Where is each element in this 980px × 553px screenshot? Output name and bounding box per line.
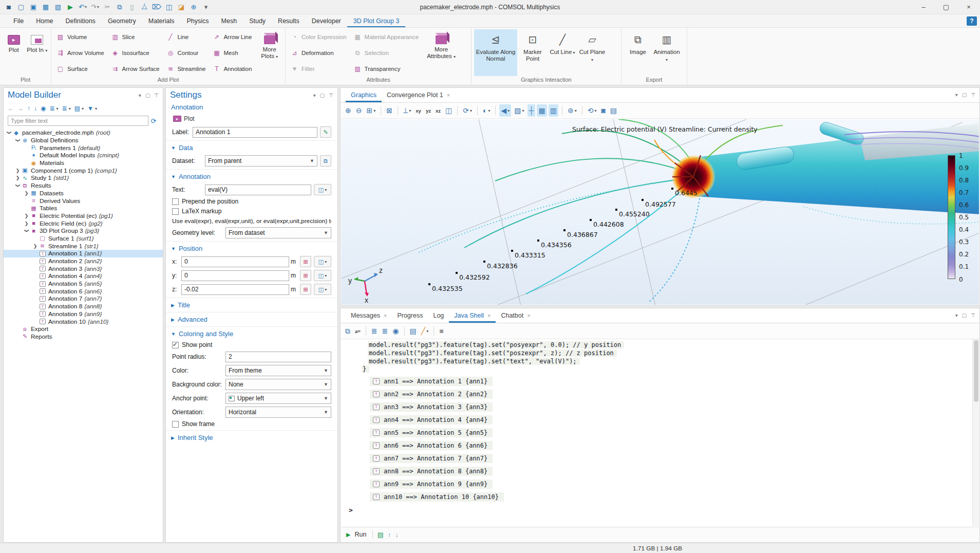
streamline-button[interactable]: ≋Streamline xyxy=(164,62,209,76)
prepend-position-checkbox[interactable] xyxy=(172,198,179,205)
animation-button[interactable]: ▥Animation ▾ xyxy=(653,29,681,76)
tree-item-results[interactable]: ❯⧉Results xyxy=(4,182,163,190)
tree-item-datasets[interactable]: ❯▦Datasets xyxy=(4,190,163,197)
orientation-axes-icon[interactable]: ┼ xyxy=(527,104,536,117)
tree-item-electric-field-ec-[interactable]: ❯■Electric Field (ec){pg2} xyxy=(4,219,163,227)
maximize-button[interactable]: ▢ xyxy=(935,0,957,14)
tab-convergence-plot-1[interactable]: Convergence Plot 1× xyxy=(382,89,455,102)
menu-tab-physics[interactable]: Physics xyxy=(180,15,215,27)
filter-tree-icon[interactable]: ▼ xyxy=(87,105,93,112)
panel-menu-icon[interactable]: ▾ xyxy=(139,93,141,98)
marker-point-button[interactable]: ⊡Marker Point xyxy=(518,29,547,76)
chevron-down-icon[interactable]: ❯ xyxy=(7,130,12,136)
transparency-toggle-icon[interactable]: ▧▾ xyxy=(513,104,525,117)
chevron-down-icon[interactable]: ❯ xyxy=(24,228,29,234)
update-plot-icon[interactable]: ⟲▾ xyxy=(586,104,598,117)
contour-button[interactable]: ◎Contour xyxy=(164,46,209,60)
open-file-icon[interactable]: ▣ xyxy=(28,2,39,13)
tree-item-derived-values[interactable]: ≡Derived Values xyxy=(4,197,163,205)
deformation-button[interactable]: ⊿Deformation xyxy=(289,46,350,60)
snapshot-icon[interactable]: ◙ xyxy=(599,104,607,117)
save-as-icon[interactable]: ▧ xyxy=(52,2,64,13)
scene-icon[interactable]: ◐▾ xyxy=(481,104,492,117)
menu-tab-study[interactable]: Study xyxy=(243,15,272,27)
stop-icon[interactable]: ■ xyxy=(438,325,445,337)
isosurface-button[interactable]: ◈Isosurface xyxy=(109,46,163,60)
panel-menu-icon[interactable]: ▾ xyxy=(955,312,958,318)
previous-command-icon[interactable]: ↑ xyxy=(388,531,391,539)
tree-item-default-model-inputs[interactable]: ✦Default Model Inputs{cminpt} xyxy=(4,152,163,159)
color-palette-icon[interactable]: ⊚▾ xyxy=(566,104,578,117)
close-icon[interactable]: × xyxy=(384,312,387,319)
tree-item-3d-plot-group-3[interactable]: ❯■3D Plot Group 3{pg3} xyxy=(4,227,163,235)
chevron-right-icon[interactable]: ❯ xyxy=(23,191,30,196)
cut-icon[interactable]: ✂ xyxy=(102,2,113,13)
panel-menu-icon[interactable]: ▾ xyxy=(313,93,316,98)
tree-item-surface-1[interactable]: ▢Surface 1{surf1} xyxy=(4,235,163,243)
xz-view-icon[interactable]: xz xyxy=(434,104,442,117)
float-panel-icon[interactable]: ▢ xyxy=(145,93,150,98)
console-icon[interactable]: ▤ xyxy=(377,531,383,539)
position-z-input[interactable] xyxy=(181,284,289,295)
xy-view-icon[interactable]: xy xyxy=(414,104,423,117)
chevron-down-icon[interactable]: ▼ xyxy=(171,246,176,251)
tree-item-tables[interactable]: ▦Tables xyxy=(4,205,163,212)
go-to-view-icon[interactable]: ⟂▾ xyxy=(402,104,412,117)
float-panel-icon[interactable]: ▢ xyxy=(962,312,967,318)
select-box-icon[interactable]: ◫ xyxy=(163,2,175,13)
tree-item-parameters-1[interactable]: PᵢParameters 1{default} xyxy=(4,144,163,152)
position-x-input[interactable] xyxy=(181,256,289,267)
tree-item-annotation-7[interactable]: TAnnotation 7{ann7} xyxy=(4,295,163,303)
tree-item-annotation-8[interactable]: TAnnotation 8{ann8} xyxy=(4,303,163,310)
close-button[interactable]: × xyxy=(957,0,980,14)
plot-in-button[interactable]: Plot In ▾ xyxy=(26,29,49,76)
java-shell-output[interactable]: model.result("pg3").feature(tag).set("po… xyxy=(341,339,979,526)
tab-messages[interactable]: Messages× xyxy=(346,309,392,323)
pin-panel-icon[interactable]: ⊤ xyxy=(971,312,975,318)
expand-all-icon[interactable]: ≣ xyxy=(49,105,54,112)
annotation-text-input[interactable] xyxy=(205,185,311,195)
tree-item-annotation-6[interactable]: TAnnotation 6{ann6} xyxy=(4,287,163,295)
refresh-icon[interactable]: ⟳ xyxy=(148,117,159,125)
run-icon[interactable]: ▶ xyxy=(65,2,76,13)
menu-tab-mesh[interactable]: Mesh xyxy=(215,15,243,27)
redo-icon[interactable]: ↷▾ xyxy=(89,2,101,13)
float-panel-icon[interactable]: ▢ xyxy=(320,93,325,98)
color-select[interactable]: From theme▼ xyxy=(225,365,331,376)
close-icon[interactable]: × xyxy=(487,312,491,319)
slice-button[interactable]: ▥Slice xyxy=(109,30,163,44)
chevron-right-icon[interactable]: ❯ xyxy=(14,168,21,173)
log-icon[interactable]: ▤ xyxy=(408,325,418,337)
chevron-right-icon[interactable]: ❯ xyxy=(23,213,30,218)
tree-item-global-definitions[interactable]: ❯⊕Global Definitions xyxy=(4,137,163,144)
image-button[interactable]: ⧉Image xyxy=(624,29,652,76)
copy-icon[interactable]: ⧉ xyxy=(344,325,352,337)
customize-toolbar-icon[interactable]: ▾ xyxy=(200,2,212,13)
model-tree-nodes-icon[interactable]: ▤ xyxy=(74,105,80,112)
tree-item-study-1[interactable]: ❯∿Study 1{std1} xyxy=(4,174,163,182)
tree-item-pacemaker-electrode-mph[interactable]: ❯◆pacemaker_electrode.mph(root) xyxy=(4,129,163,137)
more-plots-button[interactable]: More Plots ▾ xyxy=(256,29,282,76)
expression-menu-icon[interactable]: ◫▾ xyxy=(314,284,331,295)
cut-line-button[interactable]: ╱Cut Line ▾ xyxy=(548,29,577,76)
pin-panel-icon[interactable]: ⊤ xyxy=(971,92,975,98)
orientation-select[interactable]: Horizontal▼ xyxy=(225,407,331,418)
camera-icon[interactable]: ◫ xyxy=(444,104,454,117)
tree-item-annotation-2[interactable]: TAnnotation 2{ann2} xyxy=(4,257,163,265)
volume-button[interactable]: ▧Volume xyxy=(54,30,107,44)
tree-item-streamline-1[interactable]: ❯≋Streamline 1{str1} xyxy=(4,242,163,250)
tree-item-annotation-10[interactable]: TAnnotation 10{ann10} xyxy=(4,318,163,325)
move-up-icon[interactable]: ↑ xyxy=(27,105,30,112)
close-icon[interactable]: × xyxy=(447,92,450,98)
show-icon[interactable]: ◉ xyxy=(41,105,46,112)
anchor-point-select[interactable]: Upper left▼ xyxy=(225,393,331,404)
tree-item-annotation-1[interactable]: TAnnotation 1{ann1} xyxy=(4,250,163,257)
tree-item-component-1-comp-1-[interactable]: ❯▣Component 1 (comp 1){comp1} xyxy=(4,167,163,174)
chevron-right-icon[interactable]: ❯ xyxy=(32,244,39,249)
surface-button[interactable]: ▢Surface xyxy=(54,62,107,76)
show-point-checkbox[interactable] xyxy=(172,342,179,348)
collapse-all-icon[interactable]: ≣ xyxy=(62,105,67,112)
arrow-line-button[interactable]: ⇗Arrow Line xyxy=(211,30,255,44)
settings-plot-button[interactable]: ▸ Plot xyxy=(171,114,202,123)
forward-icon[interactable]: → xyxy=(17,105,24,112)
